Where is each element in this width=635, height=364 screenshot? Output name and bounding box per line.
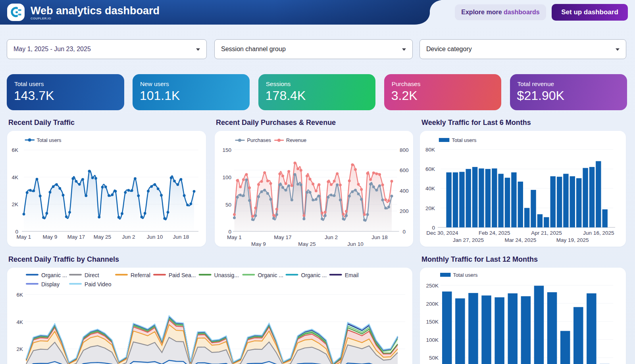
svg-text:May 1: May 1 xyxy=(17,234,31,240)
svg-text:Total users: Total users xyxy=(453,272,478,278)
svg-text:Organic ...: Organic ... xyxy=(301,272,327,278)
svg-text:Jun 16, 2025: Jun 16, 2025 xyxy=(583,230,614,236)
svg-text:May 25: May 25 xyxy=(298,241,316,247)
svg-text:Display: Display xyxy=(41,281,60,287)
svg-text:6K: 6K xyxy=(12,147,18,153)
svg-text:6K: 6K xyxy=(16,292,23,298)
svg-text:200: 200 xyxy=(399,208,408,214)
svg-text:May 1: May 1 xyxy=(227,234,242,240)
svg-text:Email: Email xyxy=(345,272,359,278)
svg-text:80K: 80K xyxy=(425,147,435,153)
svg-text:May 25: May 25 xyxy=(94,234,111,240)
svg-text:Dec 30, 2024: Dec 30, 2024 xyxy=(426,230,458,236)
svg-text:May 17: May 17 xyxy=(67,234,85,240)
svg-text:Jun 10: Jun 10 xyxy=(347,241,364,247)
svg-text:Mar 24, 2025: Mar 24, 2025 xyxy=(505,237,537,243)
svg-text:Total users: Total users xyxy=(452,137,477,143)
svg-text:2K: 2K xyxy=(12,201,18,207)
svg-text:0: 0 xyxy=(402,229,406,235)
svg-text:Total users: Total users xyxy=(37,137,62,143)
svg-text:Jun 2: Jun 2 xyxy=(324,234,337,240)
svg-text:150: 150 xyxy=(222,147,231,153)
svg-text:Jun 18: Jun 18 xyxy=(173,234,189,240)
svg-text:Organic ...: Organic ... xyxy=(258,272,283,278)
svg-text:200K: 200K xyxy=(426,301,439,307)
svg-text:250K: 250K xyxy=(426,283,439,289)
svg-text:Referral: Referral xyxy=(131,272,150,278)
svg-text:800: 800 xyxy=(399,147,408,153)
svg-text:50: 50 xyxy=(225,202,231,208)
svg-text:40K: 40K xyxy=(425,186,435,192)
svg-text:Jun 18: Jun 18 xyxy=(371,234,388,240)
svg-text:May 19, 2025: May 19, 2025 xyxy=(556,237,589,243)
svg-text:Organic ...: Organic ... xyxy=(41,272,67,278)
svg-text:Feb 24, 2025: Feb 24, 2025 xyxy=(479,230,510,236)
svg-text:20K: 20K xyxy=(425,205,435,211)
svg-text:Direct: Direct xyxy=(85,272,99,278)
svg-text:4K: 4K xyxy=(12,174,18,180)
svg-text:150K: 150K xyxy=(426,319,439,325)
svg-text:Unassig...: Unassig... xyxy=(214,272,239,278)
svg-text:Purchases: Purchases xyxy=(247,137,271,143)
svg-text:100: 100 xyxy=(222,174,231,180)
svg-text:May 17: May 17 xyxy=(274,234,291,240)
svg-text:60K: 60K xyxy=(425,166,435,172)
svg-text:May 9: May 9 xyxy=(43,234,58,240)
svg-text:600: 600 xyxy=(399,167,408,173)
svg-text:Apr 21, 2025: Apr 21, 2025 xyxy=(531,230,562,236)
svg-text:50K: 50K xyxy=(429,355,439,361)
svg-text:Paid Video: Paid Video xyxy=(85,281,112,287)
svg-text:Paid Sea...: Paid Sea... xyxy=(169,272,196,278)
svg-text:Revenue: Revenue xyxy=(286,137,306,143)
svg-text:4K: 4K xyxy=(16,319,23,325)
svg-text:400: 400 xyxy=(399,188,408,194)
svg-text:Jun 10: Jun 10 xyxy=(147,234,163,240)
svg-text:Jan 27, 2025: Jan 27, 2025 xyxy=(453,237,484,243)
svg-text:100K: 100K xyxy=(426,337,439,343)
svg-text:May 9: May 9 xyxy=(251,241,266,247)
svg-text:2K: 2K xyxy=(16,346,23,352)
svg-text:Jun 2: Jun 2 xyxy=(122,234,135,240)
